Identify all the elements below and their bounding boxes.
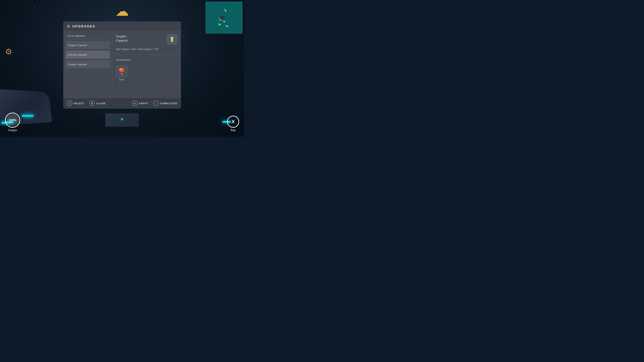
completed-button[interactable]: ○ COMPLETED — [153, 100, 177, 106]
upgrade-item-oxygen-capacity[interactable]: Oxygen Capacity — [66, 41, 110, 49]
list-header: List of upgrades — [66, 34, 110, 39]
detail-header: OxygenCapacity 🔋 — [116, 34, 177, 44]
upgrades-modal: ⊞ UPGRADES List of upgrades Oxygen Capac… — [64, 22, 181, 108]
craft-button[interactable]: A CRAFT — [132, 100, 148, 106]
upgrade-list-panel: List of upgrades Oxygen Capacity Velocit… — [64, 31, 112, 98]
oxygen-circle: 100% — [5, 113, 20, 128]
completed-button-icon: ○ — [153, 100, 159, 106]
requirements-label: Requirements: — [116, 58, 177, 61]
close-button-icon: B — [90, 100, 95, 106]
close-button-label: CLOSE — [96, 102, 106, 105]
minimap: V V V V V — [206, 2, 242, 33]
craft-button-icon: A — [132, 100, 138, 106]
close-button[interactable]: B CLOSE — [90, 100, 106, 106]
minimap-content: V V V V V — [206, 2, 242, 33]
ship-glow-left — [22, 115, 34, 117]
ship-body-center — [105, 113, 139, 127]
bag-button[interactable]: X Bag — [227, 116, 239, 132]
minimap-dot-5 — [226, 25, 228, 27]
modal-header-icon: ⊞ — [67, 24, 70, 28]
modal-body: List of upgrades Oxygen Capacity Velocit… — [64, 31, 180, 98]
completed-button-label: COMPLETED — [160, 102, 177, 105]
modal-title: UPGRADES — [72, 24, 95, 28]
oxygen-label: Oxygen — [8, 129, 17, 132]
detail-title: OxygenCapacity — [116, 34, 128, 43]
minimap-ship — [220, 15, 225, 19]
minimap-dot-4 — [219, 24, 221, 25]
modal-header: ⊞ UPGRADES — [64, 22, 180, 31]
upgrade-item-velocity-upgrade[interactable]: Velocity Upgrade — [66, 51, 110, 59]
bag-x-label: X — [232, 119, 235, 124]
gear-icon[interactable]: ⚙ — [5, 47, 12, 56]
minimap-marker-v1: V — [224, 8, 225, 10]
minimap-marker-v3: V — [223, 20, 224, 22]
ruby-gem-icon — [119, 68, 125, 72]
requirement-item-ruby: 5 Ruby — [116, 65, 128, 81]
detail-icon-box: 🔋 — [167, 34, 177, 44]
cloud-icon: ☁ — [116, 3, 129, 19]
upgrade-detail-panel: OxygenCapacity 🔋 Max Oxygen = 500 > Max … — [112, 31, 180, 98]
minimap-marker-v4: V — [218, 23, 219, 25]
bag-circle-icon[interactable]: X — [227, 116, 239, 128]
select-button-label: SELECT — [74, 102, 84, 105]
requirements-grid: 5 Ruby — [116, 65, 177, 81]
oxygen-meter: 100% Oxygen — [5, 113, 20, 132]
minimap-marker-v5: V — [225, 24, 226, 26]
select-button-icon: Y — [67, 100, 72, 106]
upgrade-item-oxygen-upgrade[interactable]: Oxygen Upgrade — [66, 60, 110, 68]
battery-icon: 🔋 — [169, 37, 175, 42]
detail-description: Max Oxygen = 500 > Max Oxygen = 700 — [116, 47, 177, 51]
requirement-box-ruby: 5 — [116, 65, 128, 77]
minimap-marker-v2: V — [219, 17, 220, 19]
requirement-count: 5 — [121, 73, 122, 75]
modal-footer: Y SELECT B CLOSE A CRAFT ○ — [64, 98, 180, 108]
craft-button-label: CRAFT — [139, 102, 148, 105]
oxygen-percent: 100% — [9, 118, 16, 122]
bag-label: Bag — [231, 129, 236, 132]
requirement-name-ruby: Ruby — [119, 78, 124, 81]
select-button[interactable]: Y SELECT — [67, 100, 84, 106]
